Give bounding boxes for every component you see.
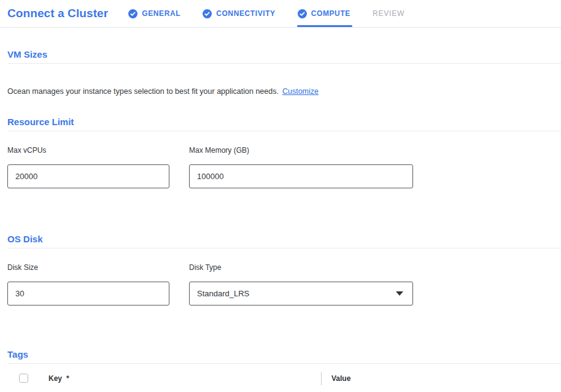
max-vcpus-field: Max vCPUs: [7, 146, 169, 188]
resource-limit-section: Resource Limit Max vCPUs Max Memory (GB): [0, 116, 561, 188]
disk-type-selected-value: Standard_LRS: [197, 289, 249, 298]
resource-limit-heading: Resource Limit: [7, 116, 561, 128]
section-divider: [7, 248, 561, 248]
wizard-header: Connect a Cluster GENERAL CONNECTIVITY C…: [0, 0, 561, 28]
customize-link[interactable]: Customize: [282, 87, 319, 96]
description-text: Ocean manages your instance types select…: [7, 87, 279, 96]
disk-size-field: Disk Size: [7, 263, 169, 306]
vm-sizes-description: Ocean manages your instance types select…: [7, 86, 561, 96]
section-divider: [7, 131, 561, 131]
page-title: Connect a Cluster: [7, 7, 108, 20]
disk-size-label: Disk Size: [7, 263, 169, 272]
resource-limit-fields: Max vCPUs Max Memory (GB): [7, 146, 561, 188]
column-separator: [321, 372, 322, 385]
max-memory-field: Max Memory (GB): [189, 146, 413, 188]
tab-label: COMPUTE: [311, 9, 350, 18]
max-vcpus-input[interactable]: [7, 164, 169, 188]
vm-sizes-section: VM Sizes Ocean manages your instance typ…: [0, 48, 561, 96]
os-disk-fields: Disk Size Disk Type Standard_LRS: [7, 263, 561, 306]
tags-table-header: Key* Value: [0, 364, 561, 392]
key-column-label: Key: [48, 374, 62, 383]
caret-down-icon: [396, 291, 403, 296]
check-circle-icon: [298, 9, 307, 18]
max-memory-label: Max Memory (GB): [189, 146, 413, 155]
disk-type-field: Disk Type Standard_LRS: [189, 263, 413, 306]
select-all-checkbox[interactable]: [19, 374, 28, 383]
tab-label: GENERAL: [142, 9, 180, 18]
tab-connectivity[interactable]: CONNECTIVITY: [203, 0, 276, 27]
os-disk-section: OS Disk Disk Size Disk Type Standard_LRS: [0, 233, 561, 306]
wizard-tabs: GENERAL CONNECTIVITY COMPUTE REVIEW: [128, 0, 404, 27]
disk-size-input[interactable]: [7, 282, 169, 306]
tab-general[interactable]: GENERAL: [128, 0, 180, 27]
disk-type-select[interactable]: Standard_LRS: [189, 282, 413, 306]
tags-heading: Tags: [7, 348, 561, 360]
max-memory-input[interactable]: [189, 164, 413, 188]
os-disk-heading: OS Disk: [7, 233, 561, 245]
value-column-header: Value: [331, 374, 350, 383]
disk-type-label: Disk Type: [189, 263, 413, 272]
tab-label: CONNECTIVITY: [216, 9, 276, 18]
section-divider: [7, 63, 561, 64]
check-circle-icon: [128, 9, 137, 18]
key-column-header: Key*: [48, 374, 321, 383]
check-circle-icon: [203, 9, 212, 18]
max-vcpus-label: Max vCPUs: [7, 146, 169, 155]
tab-label: REVIEW: [373, 9, 404, 18]
vm-sizes-heading: VM Sizes: [7, 48, 561, 60]
tab-compute[interactable]: COMPUTE: [298, 0, 350, 27]
tags-section: Tags Key* Value: [0, 348, 561, 392]
required-marker: *: [66, 374, 69, 383]
tab-review[interactable]: REVIEW: [373, 0, 404, 27]
